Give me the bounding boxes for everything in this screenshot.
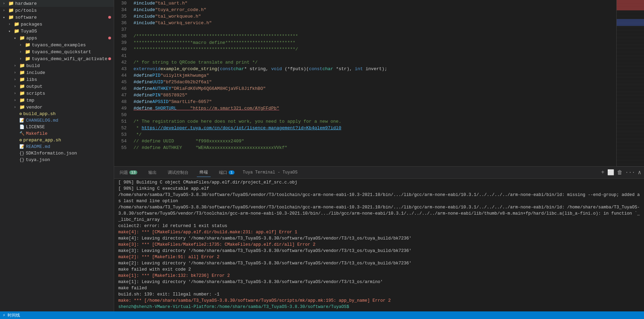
- line-number: 42: [117, 59, 127, 66]
- arrow-icon: ›: [3, 1, 8, 6]
- sidebar-item-pc-tools[interactable]: ›📁pc/tools: [0, 7, 114, 14]
- terminal-line: /home/share/samba/T3_TuyaOS-3.8.30/softw…: [118, 192, 640, 204]
- sidebar-label: software: [15, 15, 37, 20]
- sidebar-item-LICENSE[interactable]: ›📄LICENSE: [0, 124, 114, 130]
- terminal-line: make[1]: Leaving directory '/home/share/…: [118, 279, 640, 285]
- dot-indicator: [108, 16, 111, 19]
- terminal-tab-调试控制台[interactable]: 调试控制台: [165, 168, 191, 177]
- folder-icon: 📁: [19, 104, 25, 110]
- terminal-line: make[3]: Leaving directory '/home/share/…: [118, 248, 640, 254]
- sidebar-item-tuyaos_demo_quickstart[interactable]: ›📁tuyaos_demo_quickstart: [0, 48, 114, 55]
- terminal-line: make[2]: *** [Makefile:91: all] Error 2: [118, 254, 640, 260]
- arrow-icon: ›: [14, 84, 19, 88]
- sidebar-item-tuyaos_demo_wifi_qr_activate[interactable]: ›📁tuyaos_demo_wifi_qr_activate: [0, 55, 114, 62]
- code-line: // #define UUID "f998xxxxxxxx2409": [134, 138, 616, 144]
- sidebar-item-include[interactable]: ›📁include: [0, 69, 114, 76]
- sidebar-item-build[interactable]: ›📁build: [0, 62, 114, 69]
- file-icon: 📝: [19, 144, 25, 149]
- terminal-tab-label: 问题: [120, 170, 128, 176]
- editor-area: 3034353637383940414243444546474849505152…: [114, 0, 644, 311]
- sidebar-label: build_app.sh: [23, 111, 56, 116]
- sidebar-item-build_app.sh[interactable]: ›⚙build_app.sh: [0, 111, 114, 117]
- trash-icon[interactable]: 🗑: [617, 169, 623, 176]
- code-line: #define SHORTURL "https://m.smart321.com…: [134, 105, 616, 112]
- sidebar-label: tuyaos_demo_quickstart: [32, 49, 91, 55]
- sidebar-item-README.md[interactable]: ›📝README.md: [0, 143, 114, 150]
- sidebar-item-output[interactable]: ›📁output: [0, 83, 114, 90]
- folder-icon: 📁: [19, 70, 25, 75]
- terminal-tab-输出[interactable]: 输出: [146, 168, 159, 177]
- line-number: 45: [117, 79, 127, 85]
- file-icon: ⚙: [19, 111, 22, 116]
- folder-icon: 📁: [25, 56, 30, 62]
- arrow-icon: ›: [19, 50, 25, 54]
- code-line: * https://developer.tuya.com/cn/docs/iot…: [134, 125, 616, 131]
- sidebar-label: include: [26, 70, 45, 75]
- terminal-tabs: 问题 13输出调试控制台终端端口 1Tuya Terminal - TuyaOS…: [114, 167, 644, 179]
- terminal-tab-终端[interactable]: 终端: [197, 168, 211, 177]
- terminal-line: make[4]: *** [CMakeFiles/app.elf.dir/bui…: [118, 229, 640, 235]
- line-numbers: 3034353637383940414243444546474849505152…: [114, 0, 131, 166]
- line-number: 54: [117, 138, 127, 144]
- terminal-line: /home/share/samba/T3_TuyaOS-3.8.30/softw…: [118, 204, 640, 223]
- sidebar-item-Makefile[interactable]: ›🔨Makefile: [0, 130, 114, 137]
- sidebar-label: SDKInformation.json: [26, 151, 77, 156]
- sidebar-label: README.md: [26, 144, 50, 149]
- file-icon: {}: [19, 151, 24, 156]
- line-number: 39: [117, 39, 127, 46]
- error-text: make[3]: *** [CMakeFiles/Makefile2:1735:…: [118, 242, 315, 247]
- sidebar-item-software[interactable]: ▾📁software: [0, 14, 114, 21]
- sidebar-label: build: [26, 63, 40, 68]
- folder-icon: 📁: [14, 28, 19, 34]
- terminal-badge: 1: [229, 170, 234, 175]
- terminal-tab-问题[interactable]: 问题 13: [117, 168, 140, 177]
- arrow-icon: ›: [14, 98, 19, 102]
- minimap: [616, 0, 644, 166]
- code-line: #define PIN "88578925": [134, 92, 616, 98]
- line-number: 52: [117, 125, 127, 131]
- sidebar-item-prepare_app.sh[interactable]: ›⚙prepare_app.sh: [0, 137, 114, 143]
- code-line: #include "tal_workqueue.h": [134, 13, 616, 20]
- terminal-line: collect2: error: ld returned 1 exit stat…: [118, 223, 640, 229]
- sidebar-label: CHANGELOG.md: [26, 118, 58, 123]
- arrow-icon: ›: [14, 64, 19, 68]
- sidebar-item-libs[interactable]: ›📁libs: [0, 76, 114, 83]
- minimap-highlight-blue: [617, 19, 644, 26]
- sidebar-item-TuyaOS[interactable]: ▾📁TuyaOS: [0, 28, 114, 35]
- terminal-tab-端口[interactable]: 端口 1: [216, 168, 237, 177]
- error-text: make[4]: *** [CMakeFiles/app.elf.dir/bui…: [118, 230, 297, 235]
- sidebar-item-tuya.json[interactable]: ›{}tuya.json: [0, 157, 114, 163]
- line-number: 34: [117, 7, 127, 13]
- sidebar-item-CHANGELOG.md[interactable]: ›📝CHANGELOG.md: [0, 117, 114, 124]
- terminal-line: make[4]: Leaving directory '/home/share/…: [118, 235, 640, 242]
- chevron-up-icon[interactable]: ∧: [638, 169, 641, 176]
- prompt-text: shenzh@shenzh-VMware-Virtual-Platform:/h…: [118, 304, 352, 309]
- code-line: #include "tal_uart.h": [134, 0, 616, 7]
- sidebar-item-vendor[interactable]: ›📁vendor: [0, 104, 114, 111]
- terminal-body: [ 98%] Built target __armino_mainmake[4]…: [114, 179, 644, 311]
- split-icon[interactable]: ⬜: [607, 169, 614, 176]
- code-line: // #define AUTHKEY "WEHAxxxxxxxxxxxxxxxx…: [134, 144, 616, 151]
- sidebar-item-hardware[interactable]: ›📁hardware: [0, 0, 114, 7]
- more-icon[interactable]: ···: [625, 169, 635, 176]
- sidebar-label: packages: [21, 22, 42, 27]
- sidebar-item-tuyaos_demo_examples[interactable]: ›📁tuyaos_demo_examples: [0, 41, 114, 48]
- dot-indicator: [108, 37, 111, 39]
- code-line: #define PID "uiiyltkjmkhwumga": [134, 72, 616, 79]
- arrow-icon: ›: [14, 105, 19, 109]
- code-line: ****************************************…: [134, 46, 616, 53]
- sidebar-label: hardware: [15, 1, 37, 6]
- folder-icon: 📁: [19, 35, 25, 41]
- folder-icon: 📁: [25, 49, 30, 55]
- code-line: #include "tuya_error_code.h": [134, 7, 616, 13]
- sidebar-item-SDKInformation.json[interactable]: ›{}SDKInformation.json: [0, 150, 114, 157]
- plus-icon[interactable]: +: [601, 169, 605, 176]
- arrow-icon: ▾: [8, 29, 14, 34]
- sidebar-item-apps[interactable]: ▾📁apps: [0, 35, 114, 41]
- sidebar-item-packages[interactable]: ›📁packages: [0, 21, 114, 28]
- sidebar-item-tmp[interactable]: ›📁tmp: [0, 97, 114, 104]
- terminal-line: make failed: [118, 285, 640, 291]
- folder-icon: 📁: [8, 1, 14, 6]
- sidebar-item-scripts[interactable]: ›📁scripts: [0, 90, 114, 97]
- sidebar-label: tuyaos_demo_wifi_qr_activate: [32, 56, 107, 62]
